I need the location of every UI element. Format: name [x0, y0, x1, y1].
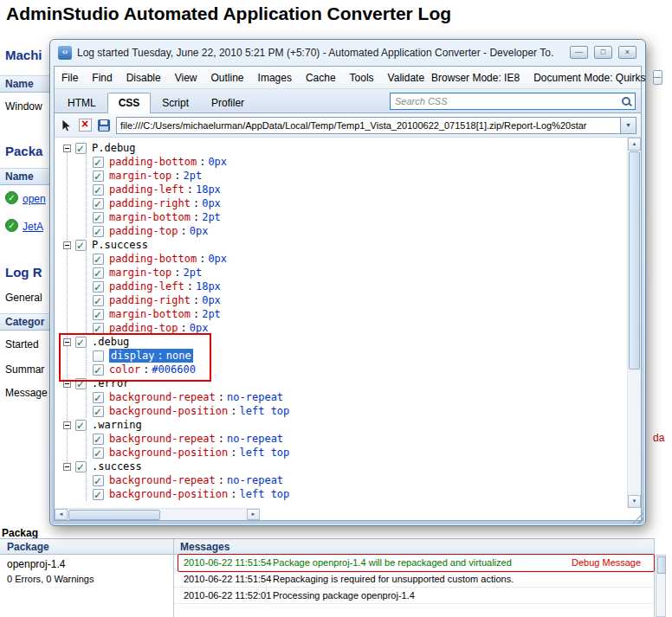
- css-property-row[interactable]: background-position:left top: [93, 446, 627, 460]
- minimize-button[interactable]: —: [570, 46, 588, 59]
- scrollbar-thumb[interactable]: [68, 510, 160, 520]
- property-checkbox[interactable]: [93, 226, 104, 237]
- css-property-row[interactable]: margin-top:2pt: [93, 266, 627, 280]
- css-property-row[interactable]: padding-bottom:0px: [93, 155, 627, 169]
- file-path-combobox[interactable]: file:///C:/Users/michaelurman/AppData/Lo…: [116, 117, 636, 134]
- css-rule-row[interactable]: .error: [63, 376, 627, 390]
- unpin-button[interactable]: —: [653, 70, 662, 85]
- collapse-icon[interactable]: [63, 145, 71, 152]
- messages-scrollbar[interactable]: [656, 555, 666, 617]
- property-checkbox[interactable]: [93, 184, 104, 196]
- css-property-row[interactable]: margin-top:2pt: [93, 169, 627, 183]
- tab-script[interactable]: Script: [151, 93, 200, 112]
- property-checkbox[interactable]: [93, 475, 104, 486]
- scrollbar-thumb[interactable]: [629, 151, 640, 370]
- combobox-dropdown-button[interactable]: ▼: [620, 118, 636, 133]
- collapse-icon[interactable]: [63, 380, 71, 388]
- property-checkbox[interactable]: [93, 281, 104, 292]
- property-checkbox[interactable]: [93, 309, 104, 320]
- rule-checkbox[interactable]: [75, 420, 87, 431]
- css-property-row[interactable]: background-position:left top: [93, 487, 627, 501]
- property-checkbox[interactable]: [93, 489, 104, 500]
- css-property-row-selected[interactable]: display:none: [93, 349, 627, 363]
- general-label: General: [5, 292, 42, 304]
- collapse-icon[interactable]: [63, 241, 71, 249]
- property-checkbox[interactable]: [93, 364, 104, 376]
- collapse-icon[interactable]: [63, 338, 71, 346]
- menu-validate[interactable]: Validate: [381, 72, 431, 84]
- select-element-cursor-icon[interactable]: [59, 119, 73, 132]
- rule-checkbox[interactable]: [75, 461, 87, 472]
- tab-css[interactable]: CSS: [107, 93, 152, 113]
- scroll-up-button[interactable]: ▲: [628, 138, 641, 151]
- search-input[interactable]: [391, 96, 621, 106]
- scroll-down-button[interactable]: ▼: [628, 495, 641, 508]
- menu-tools[interactable]: Tools: [343, 72, 381, 84]
- property-checkbox[interactable]: [93, 254, 104, 265]
- css-property-row[interactable]: padding-top:0px: [93, 321, 627, 335]
- css-property-row[interactable]: background-repeat:no-repeat: [93, 390, 627, 404]
- property-checkbox-unchecked[interactable]: [93, 350, 104, 362]
- css-rule-row[interactable]: .warning: [63, 418, 627, 432]
- disable-css-icon[interactable]: [79, 119, 92, 132]
- tab-profiler[interactable]: Profiler: [200, 93, 255, 112]
- arrow-left-icon: ◄: [59, 511, 64, 517]
- vertical-scrollbar[interactable]: ▲ ▼: [627, 138, 641, 508]
- property-checkbox[interactable]: [93, 447, 104, 459]
- close-button[interactable]: ×: [618, 46, 636, 59]
- css-property-row[interactable]: color:#006600: [93, 363, 627, 376]
- property-checkbox[interactable]: [93, 157, 104, 168]
- menu-file[interactable]: File: [55, 72, 85, 84]
- window-title[interactable]: Log started Tuesday, June 22, 2010 5:21 …: [77, 47, 553, 59]
- scroll-left-button[interactable]: ◄: [55, 509, 68, 520]
- css-property-row[interactable]: padding-bottom:0px: [93, 252, 627, 266]
- scroll-right-button[interactable]: ►: [247, 509, 260, 520]
- rule-checkbox[interactable]: [75, 378, 87, 389]
- collapse-icon[interactable]: [63, 463, 71, 471]
- css-property-row[interactable]: margin-bottom:2pt: [93, 210, 627, 224]
- property-checkbox[interactable]: [93, 406, 104, 417]
- search-box[interactable]: [390, 93, 636, 110]
- save-icon[interactable]: [98, 119, 110, 132]
- property-checkbox[interactable]: [93, 212, 104, 223]
- package-link-jetaudio[interactable]: JetA: [23, 221, 43, 233]
- property-checkbox[interactable]: [93, 170, 104, 182]
- css-property-row[interactable]: background-position:left top: [93, 404, 627, 418]
- collapse-icon[interactable]: [63, 421, 71, 429]
- menu-outline[interactable]: Outline: [204, 72, 251, 84]
- horizontal-scrollbar[interactable]: ◄ ►: [55, 508, 260, 520]
- property-checkbox[interactable]: [93, 267, 104, 279]
- scrollbar-thumb[interactable]: [657, 556, 666, 574]
- menu-view[interactable]: View: [168, 72, 204, 84]
- menu-find[interactable]: Find: [85, 72, 119, 84]
- browser-mode[interactable]: Browser Mode: IE8: [431, 72, 520, 84]
- document-mode[interactable]: Document Mode: Quirks: [533, 72, 645, 84]
- property-checkbox[interactable]: [93, 434, 104, 445]
- css-rule-row[interactable]: .debug: [63, 335, 627, 349]
- css-rule-row[interactable]: .success: [63, 460, 627, 473]
- menu-cache[interactable]: Cache: [299, 72, 343, 84]
- package-link-openproj[interactable]: open: [23, 193, 46, 205]
- menu-images[interactable]: Images: [251, 72, 299, 84]
- rule-checkbox[interactable]: [75, 240, 87, 251]
- css-property-row[interactable]: margin-bottom:2pt: [93, 307, 627, 321]
- property-checkbox[interactable]: [93, 392, 104, 403]
- property-checkbox[interactable]: [93, 323, 104, 334]
- css-property-row[interactable]: padding-left:18px: [93, 183, 627, 196]
- property-checkbox[interactable]: [93, 198, 104, 209]
- rule-checkbox[interactable]: [75, 143, 87, 154]
- css-property-row[interactable]: background-repeat:no-repeat: [93, 473, 627, 487]
- css-property-row[interactable]: padding-top:0px: [93, 224, 627, 238]
- property-checkbox[interactable]: [93, 295, 104, 306]
- menu-disable[interactable]: Disable: [120, 72, 168, 84]
- tab-html[interactable]: HTML: [56, 93, 107, 112]
- css-rule-row[interactable]: P.success: [63, 238, 627, 252]
- css-property-row[interactable]: padding-right:0px: [93, 293, 627, 307]
- css-rule-row[interactable]: P.debug: [63, 141, 627, 155]
- rule-checkbox[interactable]: [75, 337, 87, 348]
- maximize-button[interactable]: □: [594, 46, 612, 59]
- rule-properties: display:none color:#006600: [86, 349, 627, 376]
- css-property-row[interactable]: padding-right:0px: [93, 196, 627, 210]
- css-property-row[interactable]: background-repeat:no-repeat: [93, 432, 627, 446]
- css-property-row[interactable]: padding-left:18px: [93, 280, 627, 293]
